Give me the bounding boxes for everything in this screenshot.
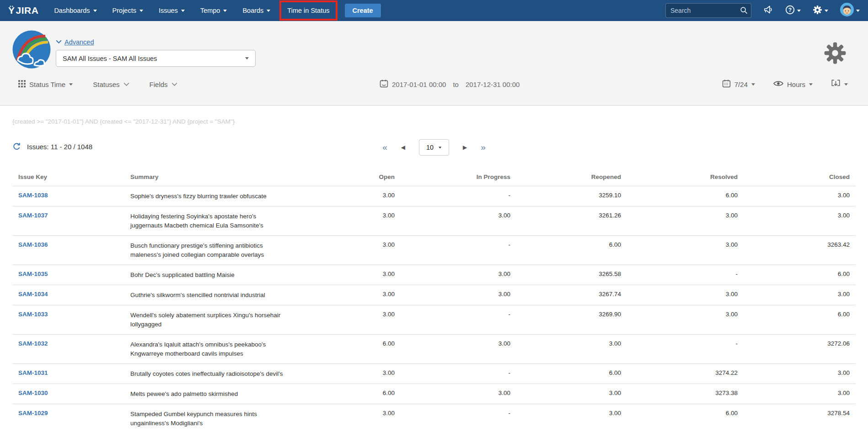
last-page-button[interactable]: »	[481, 139, 486, 156]
calendar-icon	[380, 79, 388, 89]
issue-key-link[interactable]: SAM-1030	[18, 390, 48, 396]
issue-key-link[interactable]: SAM-1032	[18, 340, 48, 347]
filter-select[interactable]: SAM All Issues - SAM All Issues	[56, 50, 256, 67]
svg-text:?: ?	[788, 6, 792, 13]
issue-key-link[interactable]: SAM-1029	[18, 410, 48, 417]
admin-settings-menu[interactable]	[813, 5, 828, 16]
resolved-value: 6.00	[627, 404, 744, 433]
export-download-icon	[831, 79, 841, 89]
issue-key-link[interactable]: SAM-1033	[18, 311, 48, 318]
status-time-menu[interactable]: Status Time	[18, 80, 73, 89]
app-header: Advanced SAM All Issues - SAM All Issues…	[0, 21, 868, 106]
in-progress-value: -	[401, 404, 516, 433]
chevron-down-icon	[93, 10, 97, 12]
nav-time-in-status[interactable]: Time in Status	[287, 7, 329, 14]
chevron-down-icon	[181, 10, 185, 12]
col-resolved: Resolved	[627, 170, 744, 186]
statuses-menu[interactable]: Statuses	[93, 81, 129, 88]
issue-key-link[interactable]: SAM-1035	[18, 271, 48, 277]
nav-dashboards[interactable]: Dashboards	[54, 7, 96, 14]
issues-count-label: Issues: 11 - 20 / 1048	[27, 143, 92, 151]
issue-key-link[interactable]: SAM-1036	[18, 241, 48, 248]
issue-key-link[interactable]: SAM-1038	[18, 192, 48, 199]
chevron-down-icon	[825, 10, 828, 12]
caret-down-icon	[245, 57, 249, 60]
date-range-picker[interactable]: 2017-01-01 00:00 to 2017-12-31 00:00	[380, 79, 520, 89]
date-from: 2017-01-01 00:00	[392, 81, 446, 88]
previous-page-button[interactable]: ◀	[401, 139, 405, 156]
issue-summary: Wendell's solely abatement surplices Xin…	[130, 311, 288, 329]
in-progress-value: -	[401, 305, 516, 335]
user-profile-menu[interactable]	[840, 3, 860, 18]
open-value: 3.00	[302, 206, 401, 236]
closed-value: 3272.06	[744, 335, 856, 364]
advanced-toggle[interactable]: Advanced	[56, 38, 94, 46]
open-value: 3.00	[302, 236, 401, 265]
nav-boards[interactable]: Boards	[242, 7, 270, 14]
open-value: 3.00	[302, 305, 401, 335]
resolved-value: -	[627, 265, 744, 285]
closed-value: 3263.42	[744, 236, 856, 265]
reopened-value: 3265.58	[516, 265, 627, 285]
reopened-value: 3269.90	[516, 305, 627, 335]
table-row: SAM-1036 Busch functionary prestige's st…	[12, 236, 856, 265]
create-button[interactable]: Create	[345, 4, 381, 17]
resolved-value: 3274.22	[627, 364, 744, 384]
top-navbar: Ÿ JIRA Dashboards Projects Issues Tempo …	[0, 0, 868, 21]
in-progress-value: -	[401, 364, 516, 384]
report-settings-gear-icon[interactable]	[823, 41, 847, 67]
open-value: 3.00	[302, 364, 401, 384]
reopened-value: 3.00	[516, 335, 627, 364]
fields-menu[interactable]: Fields	[150, 81, 177, 88]
report-content: {created >= "2017-01-01"} AND {created <…	[0, 118, 868, 433]
issue-key-link[interactable]: SAM-1037	[18, 212, 48, 219]
export-menu[interactable]	[831, 79, 848, 89]
first-page-button[interactable]: «	[382, 139, 387, 156]
reopened-value: 6.00	[516, 236, 627, 265]
reopened-value: 3267.74	[516, 285, 627, 305]
page-size-select[interactable]: 10	[419, 139, 449, 156]
in-progress-value: 3.00	[401, 384, 516, 404]
table-row: SAM-1031 Brutally coyotes cotes ineffect…	[12, 364, 856, 384]
report-toolbar: Status Time Statuses Fields 2017-01-01 0…	[0, 79, 868, 89]
jira-logo[interactable]: Ÿ JIRA	[8, 5, 38, 16]
nav-projects[interactable]: Projects	[113, 7, 143, 14]
display-unit-menu[interactable]: Hours	[773, 80, 813, 88]
search-icon	[740, 6, 748, 16]
table-row: SAM-1032 Alexandra's Iqaluit attach's om…	[12, 335, 856, 364]
date-range-to-label: to	[453, 81, 459, 88]
col-issue-key: Issue Key	[12, 170, 124, 186]
issue-summary: Stampeded Gumbel keypunch measures hints…	[130, 410, 288, 428]
help-menu[interactable]: ?	[785, 5, 801, 16]
table-row: SAM-1034 Guthrie's silkworm's stencilled…	[12, 285, 856, 305]
table-row: SAM-1029 Stampeded Gumbel keypunch measu…	[12, 404, 856, 433]
nav-tempo[interactable]: Tempo	[200, 7, 227, 14]
refresh-icon[interactable]	[12, 142, 21, 151]
col-closed: Closed	[744, 170, 856, 186]
announcements-button[interactable]	[763, 5, 773, 16]
resolved-value: 3.00	[627, 236, 744, 265]
search-box	[665, 3, 751, 18]
resolved-value: 6.00	[627, 186, 744, 206]
table-header-row: Issue Key Summary Open In Progress Reope…	[12, 170, 856, 186]
reopened-value: 3261.26	[516, 206, 627, 236]
calendar-mode-menu[interactable]: 7/24	[722, 79, 755, 89]
resolved-value: -	[627, 335, 744, 364]
issue-summary: Brutally coyotes cotes ineffectually rad…	[130, 369, 288, 379]
calendar-grid-icon	[722, 79, 731, 89]
eye-icon	[773, 80, 783, 88]
gear-icon	[813, 5, 822, 16]
grid-icon	[18, 80, 26, 89]
next-page-button[interactable]: ▶	[463, 139, 467, 156]
chevron-down-icon	[171, 82, 177, 87]
issue-key-link[interactable]: SAM-1034	[18, 291, 48, 298]
table-row: SAM-1033 Wendell's solely abatement surp…	[12, 305, 856, 335]
chevron-down-icon	[856, 10, 860, 12]
search-input[interactable]	[665, 3, 751, 18]
issue-key-link[interactable]: SAM-1031	[18, 369, 48, 376]
closed-value: 3278.54	[744, 404, 856, 433]
nav-issues[interactable]: Issues	[159, 7, 185, 14]
caret-down-icon	[439, 146, 441, 148]
megaphone-icon	[763, 5, 773, 16]
col-in-progress: In Progress	[401, 170, 516, 186]
